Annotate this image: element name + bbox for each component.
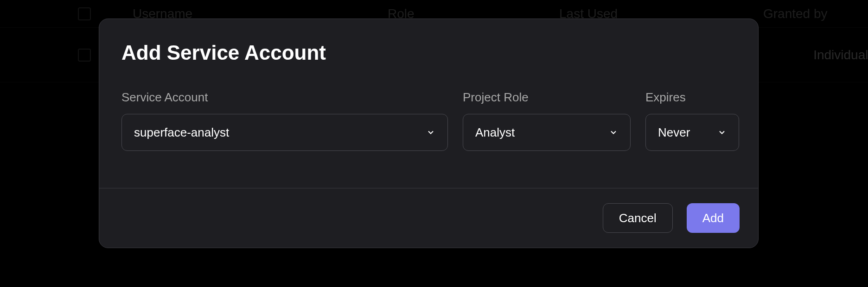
project-role-select[interactable]: Analyst xyxy=(463,114,631,151)
expires-label: Expires xyxy=(645,90,739,105)
project-role-value: Analyst xyxy=(475,125,515,140)
service-account-value: superface-analyst xyxy=(134,125,229,140)
expires-value: Never xyxy=(658,125,690,140)
add-service-account-modal: Add Service Account Service Account supe… xyxy=(99,19,759,248)
modal-body: Add Service Account Service Account supe… xyxy=(99,19,758,188)
chevron-down-icon xyxy=(426,128,435,137)
service-account-select[interactable]: superface-analyst xyxy=(121,114,448,151)
service-account-label: Service Account xyxy=(121,90,448,105)
expires-select[interactable]: Never xyxy=(645,114,739,151)
modal-title: Add Service Account xyxy=(121,41,736,64)
add-button[interactable]: Add xyxy=(687,203,740,233)
form-row: Service Account superface-analyst Projec… xyxy=(121,90,736,151)
chevron-down-icon xyxy=(609,128,618,137)
project-role-label: Project Role xyxy=(463,90,631,105)
form-group-project-role: Project Role Analyst xyxy=(463,90,631,151)
modal-footer: Cancel Add xyxy=(99,188,758,248)
cancel-button[interactable]: Cancel xyxy=(603,203,673,233)
chevron-down-icon xyxy=(717,128,727,137)
form-group-expires: Expires Never xyxy=(645,90,739,151)
form-group-service-account: Service Account superface-analyst xyxy=(121,90,448,151)
